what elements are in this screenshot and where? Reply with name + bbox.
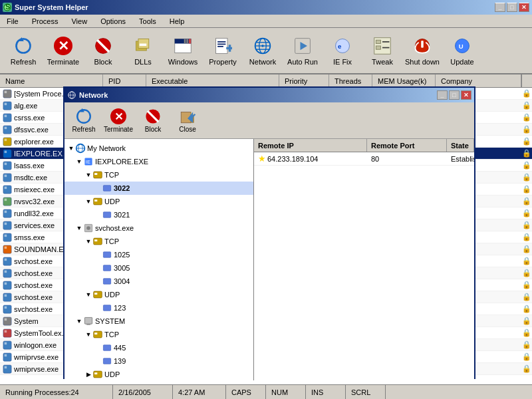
modal-close-button[interactable]: ✕ (461, 90, 471, 100)
col-remote-port[interactable]: Remote Port (367, 139, 447, 152)
toolbar-network-button[interactable]: Network (243, 31, 282, 70)
tree-system[interactable]: ▼ SYSTEM (65, 315, 253, 328)
lock-cell: 🔒 (521, 185, 532, 194)
tree-expand-root[interactable]: ▼ (67, 144, 75, 152)
tree-expand-system[interactable]: ▼ (75, 317, 83, 325)
tree-system-udp[interactable]: ▶ UDP (65, 368, 253, 380)
svg-rect-12 (189, 39, 192, 44)
svg-rect-16 (217, 46, 223, 47)
modal-terminate-icon: ✕ (110, 108, 127, 125)
network-modal[interactable]: Network _ □ ✕ Refresh ✕ (63, 86, 475, 379)
col-name[interactable]: Name (0, 74, 103, 87)
svg-rect-18 (226, 47, 232, 50)
process-name: SOUNDMAN.E... (14, 245, 70, 253)
tree-svchost-tcp[interactable]: ▼ TCP (65, 235, 253, 248)
tree-iexplore-udp[interactable]: ▼ UDP (65, 195, 253, 208)
modal-close-dialog-button[interactable]: Close (171, 105, 204, 136)
minimize-button[interactable]: _ (495, 3, 505, 12)
tree-iexplore[interactable]: ▼ IE IEXPLORE.EXE (65, 155, 253, 168)
toolbar-shutdown-button[interactable]: Shut down (403, 31, 442, 70)
process-name: svchost.exe (14, 257, 53, 265)
svg-text:S: S (5, 3, 10, 11)
modal-refresh-button[interactable]: Refresh (67, 105, 100, 136)
proc-icon (3, 329, 12, 338)
tree-port-445[interactable]: 445 (65, 341, 253, 354)
toolbar-terminate-button[interactable]: ✕ Terminate (44, 31, 82, 70)
maximize-button[interactable]: □ (507, 3, 517, 12)
modal-title-bar: Network _ □ ✕ (65, 88, 474, 102)
modal-block-label: Block (145, 126, 161, 133)
menu-file[interactable]: File (3, 16, 23, 27)
toolbar-windows-button[interactable]: Windows (164, 31, 202, 70)
tree-svchost-udp[interactable]: ▼ UDP (65, 288, 253, 301)
menu-tools[interactable]: Tools (135, 16, 160, 27)
tree-expand-svchost-udp[interactable]: ▼ (84, 291, 92, 299)
lock-cell: 🔒 (521, 209, 532, 217)
tree-expand-iexplore-tcp[interactable]: ▼ (84, 171, 92, 179)
menu-options[interactable]: Options (96, 16, 130, 27)
svg-rect-43 (5, 114, 7, 117)
toolbar-tweak-button[interactable]: Tweak (363, 31, 402, 70)
tree-expand-system-udp[interactable]: ▶ (84, 370, 92, 378)
col-threads[interactable]: Threads (329, 74, 372, 87)
tree-port-139[interactable]: 139 (65, 354, 253, 368)
col-company[interactable]: Company (436, 74, 521, 87)
tree-system-tcp[interactable]: ▼ TCP (65, 328, 253, 341)
network-tree[interactable]: ▼ My Network ▼ IE IEXPLORE.EXE (65, 139, 254, 380)
svg-rect-61 (5, 222, 7, 225)
menu-process[interactable]: Process (28, 16, 63, 27)
col-pid[interactable]: PID (103, 74, 146, 87)
col-priority[interactable]: Priority (279, 74, 329, 87)
toolbar-autorun-button[interactable]: Auto Run (283, 31, 322, 70)
svg-rect-51 (5, 162, 7, 165)
lock-cell: 🔒 (521, 173, 532, 182)
toolbar-dlls-button[interactable]: DLLs (124, 31, 162, 70)
svg-rect-57 (5, 198, 7, 201)
toolbar-refresh-button[interactable]: Refresh (4, 31, 43, 70)
tree-port-3005[interactable]: 3005 (65, 261, 253, 275)
tree-svchost[interactable]: ▼ svchost.exe (65, 221, 253, 235)
tree-port-1025[interactable]: 1025 (65, 248, 253, 261)
tree-port-3004-label: 3004 (114, 277, 130, 285)
tree-port-3004[interactable]: 3004 (65, 275, 253, 288)
svg-rect-123 (103, 358, 110, 364)
shutdown-label: Shut down (405, 58, 440, 66)
tree-port-123[interactable]: 123 (65, 301, 253, 315)
svg-rect-45 (5, 126, 7, 129)
col-remote-ip[interactable]: Remote IP (254, 139, 367, 152)
modal-maximize-button[interactable]: □ (449, 90, 460, 100)
toolbar-update-button[interactable]: U Update (443, 31, 481, 70)
tree-expand-system-tcp[interactable]: ▼ (84, 331, 92, 338)
modal-minimize-button[interactable]: _ (437, 90, 448, 100)
tree-expand-svchost-tcp[interactable]: ▼ (84, 237, 92, 245)
tree-iexplore-tcp[interactable]: ▼ TCP (65, 168, 253, 182)
tree-expand-iexplore-udp[interactable]: ▼ (84, 198, 92, 205)
windows-icon (172, 35, 194, 57)
tree-expand-svchost[interactable]: ▼ (75, 224, 83, 232)
tree-port-3022[interactable]: 3022 (65, 182, 253, 195)
col-executable[interactable]: Executable (146, 74, 279, 87)
menu-view[interactable]: View (67, 16, 91, 27)
update-icon: U (452, 35, 473, 57)
toolbar-block-button[interactable]: Block (84, 31, 122, 70)
process-name: IEXPLORE.EX... (14, 150, 68, 158)
svg-rect-59 (5, 210, 7, 213)
status-scrl: SCRL (346, 385, 386, 399)
svg-rect-63 (5, 234, 7, 237)
process-name: svchost.exe (14, 281, 53, 289)
proc-icon (3, 185, 12, 194)
tree-expand-iexplore[interactable]: ▼ (75, 158, 83, 166)
table-row-1[interactable]: ★ 64.233.189.104 80 Established (254, 152, 474, 166)
modal-block-button[interactable]: Block (136, 105, 170, 136)
col-memusage[interactable]: MEM Usage(k) (372, 74, 436, 87)
modal-terminate-button[interactable]: ✕ Terminate (102, 105, 135, 136)
close-button[interactable]: ✕ (519, 3, 529, 12)
toolbar-property-button[interactable]: Property (203, 31, 242, 70)
toolbar-iefix-button[interactable]: e IE Fix (323, 31, 362, 70)
modal-body: ▼ My Network ▼ IE IEXPLORE.EXE (65, 139, 474, 380)
col-state[interactable]: State (447, 139, 474, 152)
menu-help[interactable]: Help (166, 16, 189, 27)
tree-port-3021[interactable]: 3021 (65, 208, 253, 221)
tree-root[interactable]: ▼ My Network (65, 142, 253, 155)
tcp-icon-3 (92, 329, 103, 340)
